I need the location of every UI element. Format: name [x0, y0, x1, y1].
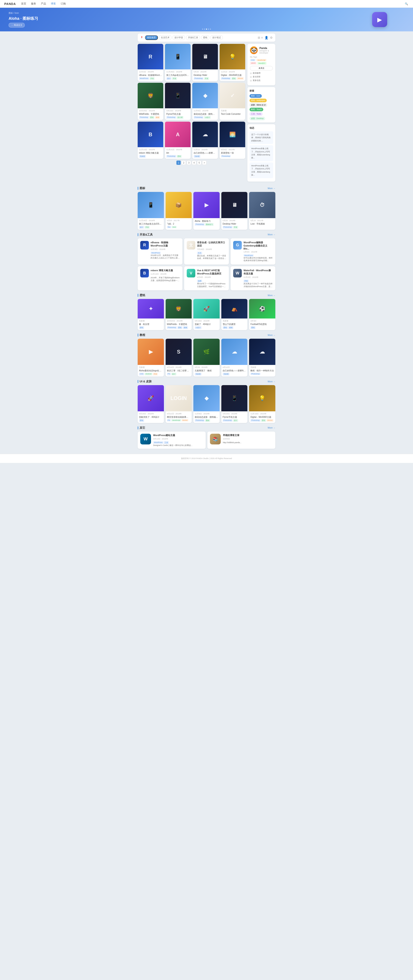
- dev-card-meta: 12月3日 · 2018年: [151, 248, 180, 251]
- cat-btn-壁纸 · Wallpaper[interactable]: 壁纸 · Wallpaper: [250, 99, 267, 102]
- tools-section-more[interactable]: More →: [268, 426, 275, 429]
- thumb-content: ⏱: [249, 192, 275, 218]
- search-button[interactable]: 🔍: [404, 2, 409, 6]
- nav-link-订购[interactable]: 订购: [60, 2, 67, 6]
- cat-btn-教程 · Teach[interactable]: 教程 · Teach: [250, 108, 263, 111]
- list-view-button[interactable]: ≡: [261, 36, 263, 39]
- post-card[interactable]: ▶无标签Aloha最炫动态logo在Web上的实现CSSAndroid开发: [138, 339, 164, 377]
- post-card[interactable]: 🌿5月25 · 2019年元素离我了 · 教程无标签: [193, 339, 220, 377]
- ui-section-more[interactable]: More →: [268, 380, 275, 383]
- tag: UI设计: [204, 116, 211, 119]
- dev-card[interactable]: Breborn 博客大略主题11月13日 · 2019年2019年，开发了我的b…: [138, 266, 182, 290]
- post-card[interactable]: R12月3日 · 2018年nBvana · 轻描物WordPress主题Wor…: [138, 44, 163, 81]
- post-card[interactable]: ☁无标签教程 · 纸巾一种制作方法Photoshop: [249, 339, 275, 377]
- post-card[interactable]: 📱3月23日 · 2018年Flyme手机主题Photoshop设计师: [165, 83, 191, 120]
- page-btn-3[interactable]: 3: [187, 161, 191, 165]
- post-card[interactable]: 📦4月10 · 2017年飞机 · 2TexAvid: [166, 192, 192, 230]
- tag: 无标签: [223, 373, 230, 375]
- cat-btn-皮肤 · Skins & UI[interactable]: 皮肤 · Skins & UI: [250, 103, 267, 107]
- post-card[interactable]: ☁4月12日自己的同色——群辉Nas的阿里云B...无标签: [221, 339, 247, 377]
- filter-tag-设计学堂[interactable]: 设计学堂: [172, 35, 185, 40]
- post-card[interactable]: 🖥5月20 · 2019年Desktop HiderPhotoshop开发: [192, 44, 218, 81]
- filter-tag-开发&工具[interactable]: 开发&工具: [186, 35, 200, 40]
- thumb-content: ✓: [220, 83, 245, 108]
- dev-card[interactable]: GWordPress编辑器Gutenberg创建自定义Blo...1月5日 · …: [231, 238, 275, 264]
- thumb-content: ◆: [192, 83, 218, 108]
- dev-card-meta: 11月2日 · 2019年: [244, 276, 273, 279]
- hero-read-more-button[interactable]: → 阅读全文: [9, 23, 25, 27]
- dev-tag-row: WordPress: [151, 252, 180, 254]
- tools-card[interactable]: WWordPress建站主题3月12日 · 2018年WordPress工具De…: [138, 431, 206, 449]
- ui-section-title: UI & 皮肤: [138, 380, 151, 383]
- wallpaper-card[interactable]: 🦁10月20日 · 2015年WildFields · 卡通壁纸Photosho…: [166, 299, 192, 330]
- post-card[interactable]: B11月13日 · 2015年reborn 博客大略主题无标签: [138, 122, 163, 159]
- dev-card[interactable]: 文语音合成 · 让你的文章开口说话7月16日 · 2018年天天通过合成，本博客…: [184, 238, 229, 264]
- page-btn->[interactable]: >: [202, 161, 206, 165]
- nav-link-产品[interactable]: 产品: [40, 2, 47, 6]
- post-card[interactable]: ⏱5月23 · 2011年Lost · 手机图标: [249, 192, 275, 230]
- post-meta: 5月23 · 2011年: [250, 219, 274, 222]
- filter-tag-设计笔记[interactable]: 设计笔记: [210, 35, 223, 40]
- post-card[interactable]: 🌅6月5日 · 2014年星幂壁纸一张Photoshop: [220, 122, 245, 159]
- hero-dot-4[interactable]: [208, 29, 209, 30]
- wallpaper-section-header: 壁纸 More →: [138, 293, 275, 297]
- post-card[interactable]: 💡11月10日 · 2015年Digitar - WinRAR主题Photosh…: [249, 385, 275, 423]
- wallpaper-card[interactable]: ⚽4月5日Football手机壁纸壁纸: [249, 299, 275, 330]
- post-card[interactable]: 🚀5月16日 · 2016年贡献消失了 · 404设计壁纸: [138, 385, 164, 423]
- post-card[interactable]: S4月14日 · 2018年初识三零 《综二综零》的设计...PS设计: [166, 339, 192, 377]
- hero-dot-1[interactable]: [202, 29, 203, 30]
- follow-button[interactable]: 未关注: [250, 66, 273, 70]
- cat-btn-工具 · Tools[interactable]: 工具 · Tools: [250, 112, 263, 116]
- icon-section-more[interactable]: More →: [268, 187, 275, 189]
- dev-section-more[interactable]: More →: [268, 233, 275, 236]
- post-card[interactable]: ✓无标签Text Code Converter: [220, 83, 245, 120]
- post-meta: 4月14日 · 2018年: [167, 366, 191, 369]
- filter-tag-精彩推荐[interactable]: 精彩推荐: [145, 35, 158, 40]
- tutorial-section-more[interactable]: More →: [268, 334, 275, 336]
- filter-tag-壁纸[interactable]: 壁纸: [201, 35, 209, 40]
- wallpaper-card[interactable]: ⛺无标签雪山下的露营壁纸插画: [221, 299, 247, 330]
- zhihu-link[interactable]: ◎ 多次回答: [250, 75, 273, 78]
- weibo-link[interactable]: ◎ 新浪微博: [250, 72, 273, 75]
- post-card[interactable]: ☁11月12 · 2016年自己的同色——群辉Nas的阿里云...无标签: [192, 122, 218, 159]
- post-card[interactable]: 🦁10月20日 · 2015年WildFields · 卡通壁纸Photosho…: [138, 83, 163, 120]
- filter-tag-生活艺术[interactable]: 生活艺术: [159, 35, 171, 40]
- more-link[interactable]: ◎ 更多信息: [250, 79, 273, 82]
- post-card[interactable]: ◆11月6日 · 2018年液花动态皮肤 · 搜狗输入法PhotoshopUI设…: [192, 83, 218, 120]
- post-card[interactable]: 🖥5月25 · 2019年Desktop HiderPhotoshop开发: [221, 192, 247, 230]
- page-btn-2[interactable]: 2: [182, 161, 186, 165]
- wallpaper-meta: 5月16日 · 2016年: [195, 320, 218, 322]
- dev-card[interactable]: RnBvana · 轻描物WordPress主题12月3日 · 2018年Wor…: [138, 238, 182, 264]
- hero-dot-5[interactable]: [210, 29, 211, 30]
- wallpaper-card[interactable]: ✦无标签量 · 有次理壁纸: [138, 299, 164, 330]
- post-card[interactable]: 📱11月26日 · 2018年第三方App老点击iOS12的Bubble设计设计…: [165, 44, 191, 81]
- dev-card[interactable]: VVue & REST API打造WordPress主题选择页4月9日 · 20…: [184, 266, 229, 290]
- page-btn-1[interactable]: 1: [176, 161, 181, 165]
- nav-link-服务[interactable]: 服务: [30, 2, 37, 6]
- hero-dot-2[interactable]: [204, 29, 205, 30]
- tag: WordPress: [139, 77, 149, 80]
- post-meta: 无标签: [221, 110, 244, 112]
- nav-link-首页[interactable]: 首页: [20, 2, 27, 6]
- grid-view-button[interactable]: ⊞: [258, 36, 260, 39]
- cat-btn-图标 · Icon[interactable]: 图标 · Icon: [250, 94, 262, 98]
- post-card[interactable]: ▶Aloha · 图标练习Photoshop图标练习: [193, 192, 220, 230]
- wallpaper-card[interactable]: 🚀5月16日 · 2016年贡献了 · 404设计UI设计: [193, 299, 220, 330]
- post-card[interactable]: 💡11月10 · 2015年Digitar - WinRAR主题Photosho…: [220, 44, 245, 81]
- post-card[interactable]: 📱3月23日 · 2018年Flyme手机主题Photoshop设计: [221, 385, 247, 423]
- hero-dot-3[interactable]: [206, 29, 207, 30]
- tools-card[interactable]: 📚早期的博客文章10月9日http://oldblob.panda...: [207, 431, 275, 449]
- post-meta: 11月6日 · 2018年: [195, 412, 218, 415]
- nav-link-博客[interactable]: 博客: [50, 2, 57, 6]
- post-card[interactable]: 📱11月26日 · 2018年第三方App老点击iOS12的Bubble设计设计…: [138, 192, 164, 230]
- page-btn-5[interactable]: 5: [197, 161, 201, 165]
- post-meta: 11月26日 · 2018年: [139, 219, 163, 222]
- dev-card[interactable]: WWaterFall · WordPress瀑布流主题11月2日 · 2019年…: [231, 266, 275, 290]
- post-card[interactable]: A11月21日 · 2014年ArtPhotoshop壁纸: [165, 122, 191, 159]
- cat-btn-桌面 · Desktop[interactable]: 桌面 · Desktop: [250, 117, 265, 120]
- post-meta: 5月25 · 2019年: [223, 219, 246, 222]
- post-card[interactable]: ◆11月6日 · 2018年液花动态皮肤 · 搜狗输入法Photoshop图标: [193, 385, 220, 423]
- wallpaper-section-more[interactable]: More →: [268, 294, 275, 297]
- post-card[interactable]: LOGIN4月12日 · 2018年网页登录框动画效果的实现PSJavaScri…: [166, 385, 192, 423]
- page-btn-4[interactable]: 4: [192, 161, 196, 165]
